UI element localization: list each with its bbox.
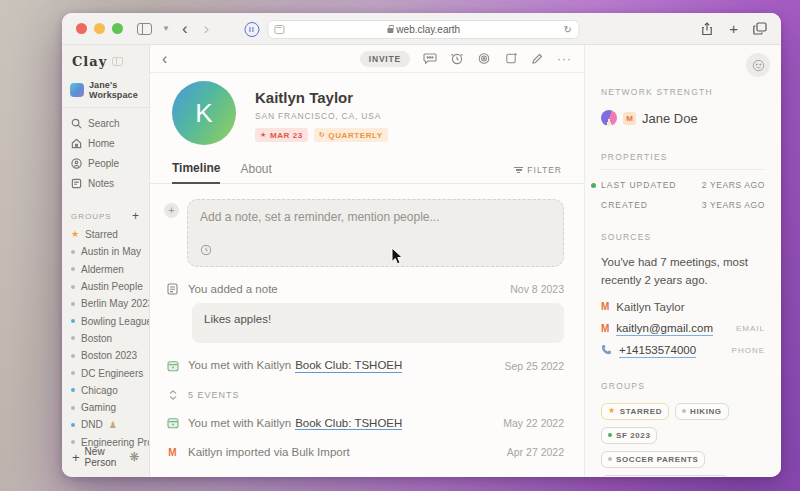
timeline-event-import[interactable]: M Kaitlyn imported via Bulk Import Apr 2… — [166, 446, 564, 458]
chip[interactable]: HIKING — [675, 403, 729, 420]
updated-dot-icon — [591, 183, 596, 188]
share-icon[interactable] — [700, 22, 714, 36]
group-dot — [71, 406, 75, 410]
chip-dot — [608, 457, 612, 461]
sidebar-item-search[interactable]: Search — [62, 113, 149, 133]
add-to-group-icon[interactable] — [504, 52, 518, 65]
reminder-clock-icon[interactable] — [200, 244, 551, 256]
timeline-event-meeting[interactable]: You met with Kaitlyn Book Club: TSHOEH M… — [166, 417, 564, 431]
chip[interactable]: THANKSGIVING DINNER — [601, 475, 729, 477]
person-name: Kaitlyn Taylor — [255, 89, 388, 106]
timeline-event-collapsed[interactable]: 5 EVENTS — [166, 389, 564, 401]
new-person-button[interactable]: New Person — [85, 446, 124, 468]
group-dot — [71, 354, 75, 358]
group-item[interactable]: Bowling League — [62, 312, 149, 329]
profile-avatar-button[interactable] — [746, 53, 770, 77]
group-item[interactable]: Gaming — [62, 399, 149, 416]
birthday-badge[interactable]: ★ MAR 23 — [255, 128, 308, 142]
home-icon — [71, 138, 82, 149]
broadcast-icon[interactable] — [477, 52, 491, 65]
reminder-icon[interactable] — [450, 52, 464, 65]
composer-placeholder: Add a note, set a reminder, mention peop… — [200, 210, 551, 224]
group-item[interactable]: Boston — [62, 330, 149, 347]
phone-link[interactable]: +14153574000 — [619, 344, 696, 358]
group-item[interactable]: Boston 2023 — [62, 347, 149, 364]
source-row-email[interactable]: M kaitlyn@gmail.com EMAIL — [601, 321, 765, 337]
event-date: Sep 25 2022 — [504, 360, 564, 372]
group-item[interactable]: Austin People — [62, 278, 149, 295]
reload-icon[interactable]: ↻ — [564, 24, 572, 35]
sidebar-item-home[interactable]: Home — [62, 133, 149, 153]
panel-groups-header: GROUPS — [601, 381, 765, 391]
groups-header: GROUPS — [71, 212, 112, 221]
network-strength-row[interactable]: M Jane Doe — [601, 110, 765, 126]
group-dot — [71, 388, 75, 392]
email-link[interactable]: kaitlyn@gmail.com — [616, 322, 713, 336]
tab-overview-icon[interactable] — [753, 22, 767, 35]
settings-icon[interactable]: ❋ — [129, 450, 139, 464]
workspace-switcher[interactable]: Jane's Workspace — [62, 73, 149, 108]
zoom-window-button[interactable] — [112, 23, 123, 34]
sidebar-item-label: People — [88, 158, 119, 169]
source-row[interactable]: M Kaitlyn Taylor — [601, 299, 765, 315]
browser-sidebar-toggle-icon[interactable] — [137, 23, 152, 35]
chip[interactable]: SF 2023 — [601, 427, 657, 444]
owner-name: Jane Doe — [642, 111, 698, 126]
group-dot — [71, 319, 75, 323]
browser-back-button[interactable]: ‹ — [182, 20, 188, 37]
mouse-cursor — [391, 247, 403, 269]
source-m-icon: M — [601, 301, 609, 312]
close-window-button[interactable] — [76, 23, 87, 34]
group-item-starred[interactable]: ★ Starred — [62, 226, 149, 243]
event-date: Nov 8 2023 — [510, 283, 564, 295]
people-icon — [71, 158, 82, 169]
group-item[interactable]: Berlin May 2023 — [62, 295, 149, 312]
cadence-badge[interactable]: ↻ QUARTERLY — [314, 128, 388, 142]
new-tab-button[interactable]: + — [729, 21, 738, 36]
person-location: SAN FRANCISCO, CA, USA — [255, 111, 388, 121]
chip-dot — [682, 409, 686, 413]
meetings-summary: You've had 7 meetings, most recently 2 y… — [601, 253, 765, 290]
comment-icon[interactable] — [423, 52, 437, 65]
phone-icon — [601, 344, 612, 357]
chip[interactable]: SOCCER PARENTS — [601, 451, 705, 468]
extension-pause-icon[interactable] — [244, 22, 259, 37]
minimize-window-button[interactable] — [94, 23, 105, 34]
source-row-phone[interactable]: +14153574000 PHONE — [601, 343, 765, 359]
add-note-button[interactable]: + — [164, 203, 179, 218]
note-content[interactable]: Likes apples! — [192, 303, 564, 343]
address-bar[interactable]: web.clay.earth ↻ — [267, 20, 579, 39]
cadence-icon: ↻ — [319, 131, 325, 139]
group-item[interactable]: DC Engineers — [62, 364, 149, 381]
note-icon — [166, 283, 179, 295]
chevron-down-icon[interactable]: ▼ — [162, 24, 170, 33]
filter-icon — [514, 167, 523, 174]
sidebar-item-notes[interactable]: Notes — [62, 173, 149, 193]
timeline-event-note[interactable]: You added a note Nov 8 2023 — [166, 283, 564, 295]
group-dot — [71, 250, 75, 254]
timeline-event-meeting[interactable]: You met with Kaitlyn Book Club: TSHOEH S… — [166, 359, 564, 373]
invite-button[interactable]: INVITE — [360, 51, 410, 67]
event-link[interactable]: Book Club: TSHOEH — [295, 417, 402, 431]
add-group-button[interactable]: + — [132, 209, 140, 223]
tab-timeline[interactable]: Timeline — [172, 161, 220, 184]
star-icon: ★ — [608, 407, 616, 415]
workspace-name: Jane's Workspace — [89, 80, 141, 100]
group-item[interactable]: Chicago — [62, 382, 149, 399]
chip-starred[interactable]: ★ STARRED — [601, 403, 669, 420]
group-item-dnd[interactable]: DND ♟ — [62, 416, 149, 433]
divider — [601, 169, 765, 170]
back-icon[interactable]: ‹ — [162, 51, 167, 67]
filter-button[interactable]: FILTER — [514, 165, 562, 183]
note-composer[interactable]: Add a note, set a reminder, mention peop… — [187, 199, 564, 267]
group-item[interactable]: Austin in May — [62, 243, 149, 260]
group-dot — [71, 336, 75, 340]
browser-forward-button[interactable]: › — [204, 20, 210, 37]
tab-about[interactable]: About — [240, 162, 271, 183]
browser-window: ▼ ‹ › web.clay.earth ↻ — [62, 13, 781, 477]
group-item[interactable]: Aldermen — [62, 261, 149, 278]
collapse-sidebar-icon[interactable] — [112, 57, 123, 66]
sidebar-item-people[interactable]: People — [62, 153, 149, 173]
edit-icon[interactable] — [531, 52, 544, 65]
event-link[interactable]: Book Club: TSHOEH — [295, 359, 402, 373]
